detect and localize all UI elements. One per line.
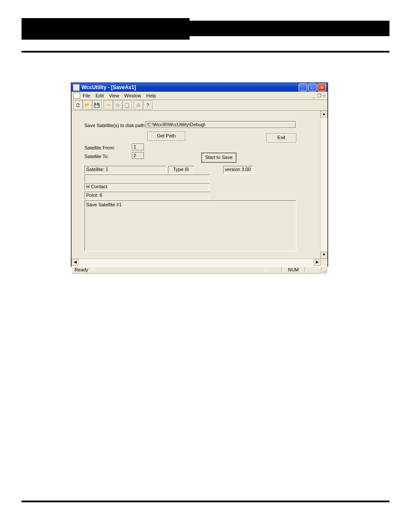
resize-grip-icon[interactable] <box>321 267 327 273</box>
app-icon <box>73 84 80 91</box>
close-button[interactable]: × <box>318 84 326 91</box>
scroll-left-icon[interactable]: ◀ <box>72 259 78 266</box>
exit-button[interactable]: Exit <box>266 133 296 143</box>
maximize-button[interactable]: □ <box>308 84 317 91</box>
satellite-status: Satellite: 1 <box>84 166 166 174</box>
log-text: Save Satellite #1 <box>86 202 122 207</box>
scroll-down-icon[interactable]: ▼ <box>321 252 327 258</box>
menu-file[interactable]: File <box>83 93 90 98</box>
satellite-to-label: Satellite To: <box>84 154 109 159</box>
contact-status: H Contact <box>84 183 209 191</box>
version-status: version 3.00 <box>223 166 253 174</box>
start-to-save-button[interactable]: Start to Save <box>202 153 236 162</box>
cut-icon[interactable]: ✂ <box>103 100 113 110</box>
save-path-input[interactable]: C:\WccIII\WccUtility\Debug\ <box>146 121 296 128</box>
status-ready: Ready <box>72 267 265 274</box>
save-path-label: Save Satellite(s) to disk path: <box>84 123 146 128</box>
menu-view[interactable]: View <box>109 93 119 98</box>
menu-edit[interactable]: Edit <box>96 93 104 98</box>
paste-icon[interactable]: 📋 <box>122 100 132 110</box>
mdi-restore-icon[interactable]: ❐ <box>317 93 321 99</box>
window-title: WccUtility - [SaveAs1] <box>81 84 299 90</box>
toolbar: 🗋 📂 💾 ✂ ⧉ 📋 🖶 ? <box>72 100 327 111</box>
satellite-to-input[interactable]: 2 <box>132 152 144 159</box>
client-area: Save Satellite(s) to disk path: C:\WccII… <box>72 111 327 258</box>
horizontal-scrollbar[interactable]: ◀ ▶ <box>72 258 327 266</box>
point-status: Point: 8 <box>84 192 209 199</box>
help-icon[interactable]: ? <box>143 100 153 110</box>
satellite-from-label: Satellite From: <box>84 145 115 150</box>
menubar: File Edit View Window Help _ ❐ × <box>72 92 327 100</box>
save-icon[interactable]: 💾 <box>92 100 102 110</box>
print-icon[interactable]: 🖶 <box>134 100 143 110</box>
scroll-up-icon[interactable]: ▲ <box>321 111 327 118</box>
app-window: WccUtility - [SaveAs1] _ □ × File Edit V… <box>71 83 328 267</box>
copy-icon[interactable]: ⧉ <box>113 100 122 110</box>
vertical-scrollbar[interactable]: ▲ ▼ <box>320 111 327 258</box>
scroll-corner <box>321 259 327 266</box>
scroll-right-icon[interactable]: ▶ <box>314 259 321 266</box>
top-rule <box>22 51 389 53</box>
bottom-rule <box>22 501 389 502</box>
status-blank1 <box>265 267 282 274</box>
satellite-from-input[interactable]: 1 <box>132 143 144 150</box>
type-status: Type III <box>168 166 194 174</box>
new-icon[interactable]: 🗋 <box>73 100 83 110</box>
menu-help[interactable]: Help <box>146 93 156 98</box>
scroll-track[interactable] <box>321 118 327 252</box>
menu-window[interactable]: Window <box>124 93 141 98</box>
mdi-close-icon[interactable]: × <box>323 93 326 99</box>
blank-status <box>84 174 209 182</box>
statusbar: Ready NUM <box>72 266 327 274</box>
titlebar[interactable]: WccUtility - [SaveAs1] _ □ × <box>72 83 327 92</box>
mdi-doc-icon[interactable] <box>73 93 80 99</box>
get-path-button[interactable]: Get Path <box>147 131 185 141</box>
open-icon[interactable]: 📂 <box>83 100 92 110</box>
mdi-minimize-icon[interactable]: _ <box>312 93 315 99</box>
status-num: NUM <box>282 267 305 274</box>
log-box: Save Satellite #1 <box>84 200 296 251</box>
header-bar <box>22 21 389 36</box>
status-blank2 <box>305 267 321 274</box>
hscroll-track[interactable] <box>78 259 314 266</box>
minimize-button[interactable]: _ <box>299 84 307 91</box>
